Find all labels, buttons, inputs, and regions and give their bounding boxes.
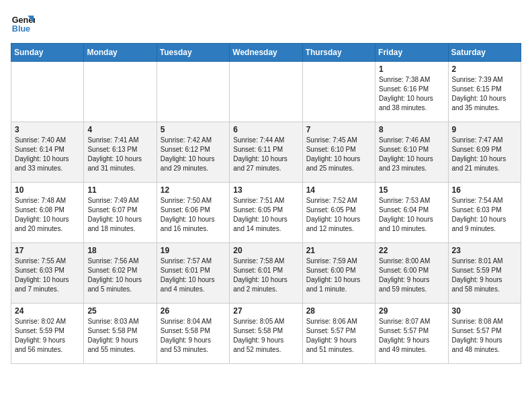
day-number: 1 — [379, 64, 444, 74]
day-info: Sunrise: 7:53 AM Sunset: 6:04 PM Dayligh… — [379, 196, 444, 234]
calendar-day-cell: 21Sunrise: 7:59 AM Sunset: 6:00 PM Dayli… — [302, 243, 375, 304]
logo: General Blue — [11, 11, 38, 35]
day-number: 25 — [87, 306, 152, 316]
day-number: 10 — [15, 185, 80, 195]
calendar-day-cell: 22Sunrise: 8:00 AM Sunset: 6:00 PM Dayli… — [375, 243, 448, 304]
day-number: 14 — [306, 185, 371, 195]
day-number: 11 — [87, 185, 152, 195]
calendar-day-cell: 11Sunrise: 7:49 AM Sunset: 6:07 PM Dayli… — [84, 183, 157, 243]
calendar-day-cell: 19Sunrise: 7:57 AM Sunset: 6:01 PM Dayli… — [157, 243, 229, 304]
calendar-day-cell — [302, 62, 375, 122]
calendar-week-row: 17Sunrise: 7:55 AM Sunset: 6:03 PM Dayli… — [11, 243, 521, 304]
calendar-day-cell: 26Sunrise: 8:04 AM Sunset: 5:58 PM Dayli… — [157, 304, 229, 364]
day-info: Sunrise: 7:48 AM Sunset: 6:08 PM Dayligh… — [15, 196, 80, 234]
calendar-day-cell: 5Sunrise: 7:42 AM Sunset: 6:12 PM Daylig… — [157, 122, 229, 183]
day-number: 9 — [452, 125, 517, 134]
day-info: Sunrise: 8:06 AM Sunset: 5:57 PM Dayligh… — [306, 317, 371, 355]
calendar-day-cell: 20Sunrise: 7:58 AM Sunset: 6:01 PM Dayli… — [230, 243, 302, 304]
day-number: 12 — [161, 185, 226, 195]
day-number: 30 — [452, 306, 517, 316]
day-info: Sunrise: 7:46 AM Sunset: 6:10 PM Dayligh… — [379, 136, 444, 173]
day-number: 7 — [306, 125, 371, 134]
day-info: Sunrise: 7:50 AM Sunset: 6:06 PM Dayligh… — [161, 196, 226, 234]
calendar-day-cell: 23Sunrise: 8:01 AM Sunset: 5:59 PM Dayli… — [448, 243, 521, 304]
weekday-header-cell: Monday — [84, 44, 157, 62]
calendar-day-cell: 25Sunrise: 8:03 AM Sunset: 5:58 PM Dayli… — [84, 304, 157, 364]
day-number: 4 — [87, 125, 152, 134]
calendar-day-cell: 3Sunrise: 7:40 AM Sunset: 6:14 PM Daylig… — [11, 122, 84, 183]
day-info: Sunrise: 7:56 AM Sunset: 6:02 PM Dayligh… — [87, 257, 152, 294]
calendar-day-cell: 9Sunrise: 7:47 AM Sunset: 6:09 PM Daylig… — [448, 122, 521, 183]
day-number: 28 — [306, 306, 371, 316]
calendar-day-cell: 12Sunrise: 7:50 AM Sunset: 6:06 PM Dayli… — [157, 183, 229, 243]
day-info: Sunrise: 7:41 AM Sunset: 6:13 PM Dayligh… — [87, 136, 152, 173]
weekday-header-cell: Thursday — [302, 44, 375, 62]
calendar-day-cell: 8Sunrise: 7:46 AM Sunset: 6:10 PM Daylig… — [375, 122, 448, 183]
day-number: 15 — [379, 185, 444, 195]
calendar-week-row: 3Sunrise: 7:40 AM Sunset: 6:14 PM Daylig… — [11, 122, 521, 183]
calendar-day-cell — [230, 62, 302, 122]
day-info: Sunrise: 8:05 AM Sunset: 5:58 PM Dayligh… — [233, 317, 298, 355]
calendar-week-row: 24Sunrise: 8:02 AM Sunset: 5:59 PM Dayli… — [11, 304, 521, 364]
day-number: 20 — [233, 246, 298, 255]
calendar-day-cell — [11, 62, 84, 122]
weekday-header-cell: Saturday — [448, 44, 521, 62]
calendar-day-cell: 13Sunrise: 7:51 AM Sunset: 6:05 PM Dayli… — [230, 183, 302, 243]
day-number: 17 — [15, 246, 80, 255]
calendar-day-cell: 7Sunrise: 7:45 AM Sunset: 6:10 PM Daylig… — [302, 122, 375, 183]
calendar-day-cell: 18Sunrise: 7:56 AM Sunset: 6:02 PM Dayli… — [84, 243, 157, 304]
day-info: Sunrise: 7:45 AM Sunset: 6:10 PM Dayligh… — [306, 136, 371, 173]
calendar-day-cell: 30Sunrise: 8:08 AM Sunset: 5:57 PM Dayli… — [448, 304, 521, 364]
day-info: Sunrise: 7:47 AM Sunset: 6:09 PM Dayligh… — [452, 136, 517, 173]
calendar-day-cell: 15Sunrise: 7:53 AM Sunset: 6:04 PM Dayli… — [375, 183, 448, 243]
day-info: Sunrise: 7:49 AM Sunset: 6:07 PM Dayligh… — [87, 196, 152, 234]
day-info: Sunrise: 7:42 AM Sunset: 6:12 PM Dayligh… — [161, 136, 226, 173]
calendar-day-cell — [84, 62, 157, 122]
day-number: 8 — [379, 125, 444, 134]
calendar-day-cell: 17Sunrise: 7:55 AM Sunset: 6:03 PM Dayli… — [11, 243, 84, 304]
day-number: 21 — [306, 246, 371, 255]
day-info: Sunrise: 8:07 AM Sunset: 5:57 PM Dayligh… — [379, 317, 444, 355]
calendar-day-cell: 16Sunrise: 7:54 AM Sunset: 6:03 PM Dayli… — [448, 183, 521, 243]
calendar-day-cell: 27Sunrise: 8:05 AM Sunset: 5:58 PM Dayli… — [230, 304, 302, 364]
day-number: 26 — [161, 306, 226, 316]
day-number: 27 — [233, 306, 298, 316]
logo-icon: General Blue — [11, 11, 35, 35]
day-number: 23 — [452, 246, 517, 255]
day-info: Sunrise: 8:02 AM Sunset: 5:59 PM Dayligh… — [15, 317, 80, 355]
day-info: Sunrise: 8:04 AM Sunset: 5:58 PM Dayligh… — [161, 317, 226, 355]
calendar-day-cell: 2Sunrise: 7:39 AM Sunset: 6:15 PM Daylig… — [448, 62, 521, 122]
calendar-day-cell: 10Sunrise: 7:48 AM Sunset: 6:08 PM Dayli… — [11, 183, 84, 243]
calendar-day-cell — [157, 62, 229, 122]
day-number: 6 — [233, 125, 298, 134]
day-info: Sunrise: 7:54 AM Sunset: 6:03 PM Dayligh… — [452, 196, 517, 234]
calendar-week-row: 10Sunrise: 7:48 AM Sunset: 6:08 PM Dayli… — [11, 183, 521, 243]
svg-text:Blue: Blue — [12, 24, 30, 34]
day-info: Sunrise: 8:08 AM Sunset: 5:57 PM Dayligh… — [452, 317, 517, 355]
day-info: Sunrise: 7:55 AM Sunset: 6:03 PM Dayligh… — [15, 257, 80, 294]
calendar-table: SundayMondayTuesdayWednesdayThursdayFrid… — [11, 43, 521, 364]
day-info: Sunrise: 7:51 AM Sunset: 6:05 PM Dayligh… — [233, 196, 298, 234]
weekday-header-cell: Tuesday — [157, 44, 229, 62]
calendar-day-cell: 14Sunrise: 7:52 AM Sunset: 6:05 PM Dayli… — [302, 183, 375, 243]
day-info: Sunrise: 7:38 AM Sunset: 6:16 PM Dayligh… — [379, 75, 444, 113]
day-info: Sunrise: 8:03 AM Sunset: 5:58 PM Dayligh… — [87, 317, 152, 355]
day-number: 16 — [452, 185, 517, 195]
calendar-day-cell: 29Sunrise: 8:07 AM Sunset: 5:57 PM Dayli… — [375, 304, 448, 364]
day-info: Sunrise: 8:00 AM Sunset: 6:00 PM Dayligh… — [379, 257, 444, 294]
day-info: Sunrise: 7:44 AM Sunset: 6:11 PM Dayligh… — [233, 136, 298, 173]
calendar-body: 1Sunrise: 7:38 AM Sunset: 6:16 PM Daylig… — [11, 62, 521, 364]
header: General Blue — [11, 11, 521, 35]
calendar-day-cell: 24Sunrise: 8:02 AM Sunset: 5:59 PM Dayli… — [11, 304, 84, 364]
day-number: 5 — [161, 125, 226, 134]
day-info: Sunrise: 7:40 AM Sunset: 6:14 PM Dayligh… — [15, 136, 80, 173]
day-info: Sunrise: 8:01 AM Sunset: 5:59 PM Dayligh… — [452, 257, 517, 294]
calendar-day-cell: 1Sunrise: 7:38 AM Sunset: 6:16 PM Daylig… — [375, 62, 448, 122]
day-number: 24 — [15, 306, 80, 316]
day-number: 29 — [379, 306, 444, 316]
day-number: 18 — [87, 246, 152, 255]
calendar-day-cell: 6Sunrise: 7:44 AM Sunset: 6:11 PM Daylig… — [230, 122, 302, 183]
day-number: 13 — [233, 185, 298, 195]
day-info: Sunrise: 7:58 AM Sunset: 6:01 PM Dayligh… — [233, 257, 298, 294]
weekday-header-row: SundayMondayTuesdayWednesdayThursdayFrid… — [11, 44, 521, 62]
